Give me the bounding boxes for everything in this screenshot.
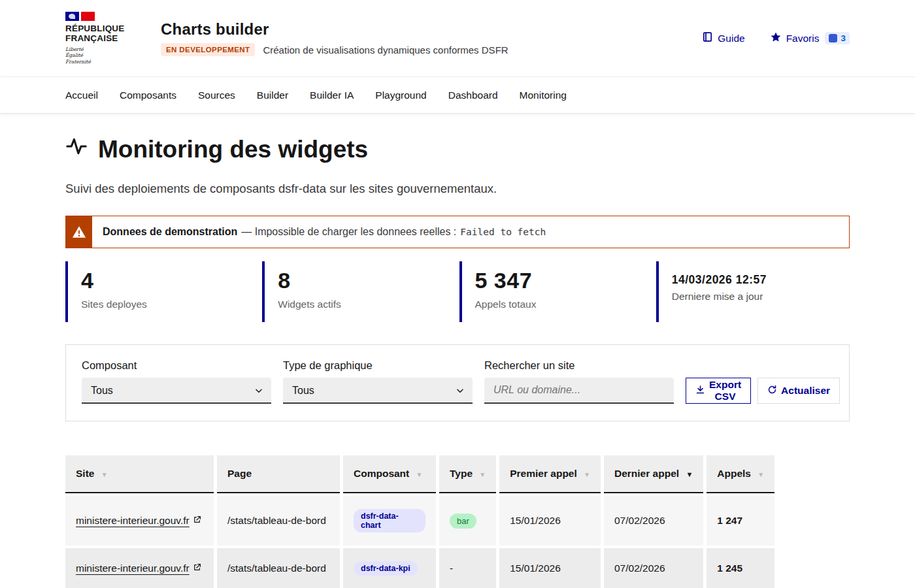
stat-label: Derniere mise a jour (672, 291, 850, 302)
page-cell: /stats/tableau-de-bord (217, 496, 340, 546)
stat-value: 5 347 (475, 268, 653, 293)
stat-value: 8 (278, 268, 456, 293)
guide-link[interactable]: Guide (702, 31, 744, 45)
nav-item-sources[interactable]: Sources (198, 87, 235, 104)
sort-icon[interactable]: ▼ (479, 471, 486, 478)
french-flag-icon (65, 12, 136, 21)
column-header-site[interactable]: Site ▼ (65, 455, 214, 493)
refresh-icon (767, 385, 777, 397)
site-link[interactable]: ministere-interieur.gouv.fr (76, 515, 201, 527)
dernier-appel-cell: 07/02/2026 (604, 548, 703, 588)
table-row: ministere-interieur.gouv.fr /stats/table… (65, 496, 774, 546)
alert-error-code: Failed to fetch (460, 227, 546, 237)
sort-icon[interactable]: ▼ (584, 471, 590, 478)
column-header-page[interactable]: Page (217, 455, 340, 493)
sort-icon[interactable]: ▼ (101, 471, 108, 478)
favoris-count: 3 (840, 33, 846, 43)
stat-appels-totaux: 5 347 Appels totaux (459, 261, 653, 322)
logo-motto-3: Fraternité (65, 59, 136, 65)
composant-badge: dsfr-data-chart (354, 509, 425, 532)
stat-label: Widgets actifs (278, 299, 456, 310)
favoris-label: Favoris (786, 33, 820, 44)
nav-item-composants[interactable]: Composants (120, 87, 176, 104)
page-title: Monitoring des widgets (65, 135, 850, 163)
premier-appel-cell: 15/01/2026 (499, 548, 601, 588)
stat-value: 4 (81, 268, 259, 293)
nav-item-builder-ia[interactable]: Builder IA (310, 87, 354, 104)
book-icon (702, 31, 713, 45)
download-icon (695, 385, 705, 397)
republique-francaise-logo: RÉPUBLIQUE FRANÇAISE Liberté Égalité Fra… (65, 12, 136, 65)
site-link[interactable]: ministere-interieur.gouv.fr (76, 563, 201, 574)
page-subtitle: Suivi des deploiements de composants dsf… (65, 182, 850, 196)
sort-icon[interactable]: ▼ (416, 471, 423, 478)
dev-status-badge: EN DEVELOPPEMENT (161, 43, 255, 56)
nav-item-playground[interactable]: Playground (375, 87, 426, 104)
stat-label: Sites deployes (81, 299, 259, 310)
export-csv-label: Export CSV (709, 379, 741, 402)
column-header-dernier-appel[interactable]: Dernier appel ▼ (604, 455, 703, 493)
favoris-count-badge: 3 (825, 32, 850, 44)
logo-line2: FRANÇAISE (65, 33, 136, 43)
search-site-input[interactable] (484, 378, 674, 404)
alert-title: Donnees de demonstration (103, 226, 237, 238)
search-site-label: Rechercher un site (484, 359, 674, 372)
main-nav: Accueil Composants Sources Builder Build… (0, 76, 915, 113)
logo-line1: RÉPUBLIQUE (65, 24, 136, 33)
sort-icon-active[interactable]: ▼ (686, 470, 693, 478)
page-cell: /stats/tableau-de-bord (217, 548, 340, 588)
type-select[interactable]: Tous (283, 378, 473, 404)
export-csv-button[interactable]: Export CSV (686, 378, 751, 404)
nav-item-monitoring[interactable]: Monitoring (520, 87, 567, 104)
stat-widgets-actifs: 8 Widgets actifs (262, 261, 456, 322)
favoris-link[interactable]: Favoris 3 (770, 31, 850, 46)
stats-row: 4 Sites deployes 8 Widgets actifs 5 347 … (65, 261, 850, 322)
widgets-table: Site ▼ Page Composant ▼ Type ▼ Premier a… (62, 453, 850, 588)
page-title-text: Monitoring des widgets (98, 136, 368, 163)
activity-pulse-icon (65, 135, 88, 163)
table-row: ministere-interieur.gouv.fr /stats/table… (65, 548, 774, 588)
demo-warning-alert: Donnees de demonstration — Impossible de… (65, 216, 850, 248)
column-header-appels[interactable]: Appels ▼ (707, 455, 774, 493)
sort-icon[interactable]: ▼ (757, 471, 764, 478)
app-title: Charts builder (161, 20, 508, 39)
dernier-appel-cell: 07/02/2026 (604, 496, 703, 546)
alert-message: — Impossible de charger les donnees reel… (241, 226, 456, 238)
stat-value: 14/03/2026 12:57 (672, 268, 850, 287)
column-header-type[interactable]: Type ▼ (439, 455, 496, 493)
type-badge: bar (450, 514, 476, 529)
favoris-badge-icon (829, 34, 837, 42)
external-link-icon (193, 515, 201, 527)
composant-filter-label: Composant (82, 359, 271, 372)
external-link-icon (193, 563, 201, 574)
stat-label: Appels totaux (475, 299, 653, 310)
column-header-composant[interactable]: Composant ▼ (343, 455, 436, 493)
appels-cell: 1 247 (707, 496, 774, 546)
refresh-button[interactable]: Actualiser (757, 378, 840, 404)
nav-item-accueil[interactable]: Accueil (65, 87, 98, 104)
warning-icon (66, 216, 92, 248)
filter-panel: Composant Tous Type de graphique Tous (65, 344, 850, 421)
appels-cell: 1 245 (707, 548, 774, 588)
nav-item-dashboard[interactable]: Dashboard (448, 87, 498, 104)
logo-motto-2: Égalité (65, 52, 136, 58)
column-header-premier-appel[interactable]: Premier appel ▼ (499, 455, 601, 493)
app-header: RÉPUBLIQUE FRANÇAISE Liberté Égalité Fra… (0, 0, 915, 76)
app-subtitle: Création de visualisations dynamiques co… (263, 44, 508, 56)
type-cell: - (439, 548, 496, 588)
composant-badge: dsfr-data-kpi (354, 561, 418, 576)
premier-appel-cell: 15/01/2026 (499, 496, 601, 546)
type-filter-label: Type de graphique (283, 359, 473, 372)
stat-derniere-mise-a-jour: 14/03/2026 12:57 Derniere mise a jour (656, 261, 850, 322)
star-icon (770, 31, 782, 46)
nav-item-builder[interactable]: Builder (257, 87, 288, 104)
stat-sites-deployes: 4 Sites deployes (65, 261, 259, 322)
guide-label: Guide (718, 33, 744, 44)
refresh-label: Actualiser (781, 385, 830, 397)
composant-select[interactable]: Tous (82, 378, 271, 404)
logo-motto-1: Liberté (65, 46, 136, 52)
